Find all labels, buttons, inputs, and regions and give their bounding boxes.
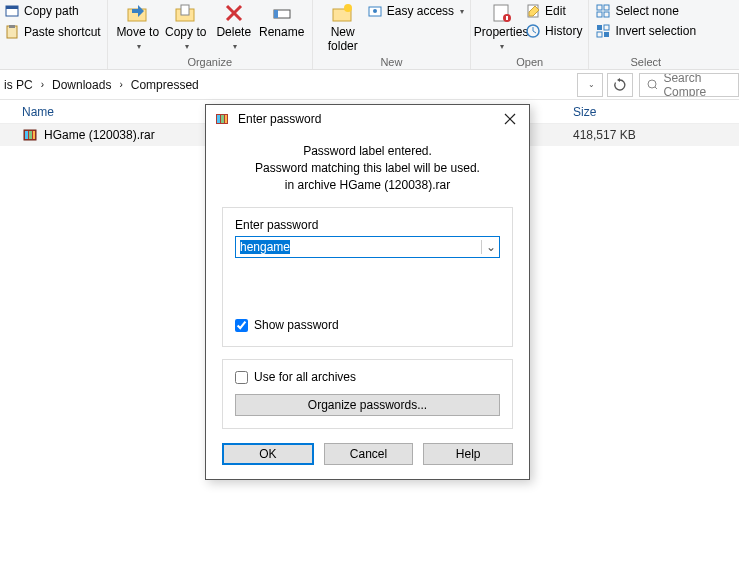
- properties-button[interactable]: Properties▾: [477, 0, 525, 51]
- enter-password-label: Enter password: [235, 218, 500, 232]
- svg-rect-17: [506, 16, 508, 20]
- column-size[interactable]: Size: [569, 105, 739, 119]
- new-folder-icon: [331, 2, 355, 24]
- use-for-all-label: Use for all archives: [254, 370, 356, 384]
- paste-shortcut-icon: [4, 24, 20, 40]
- svg-point-14: [373, 9, 377, 13]
- password-dropdown-button[interactable]: ⌄: [481, 240, 499, 254]
- svg-rect-3: [9, 25, 15, 28]
- copy-to-button[interactable]: Copy to▾: [162, 0, 210, 51]
- breadcrumb-item[interactable]: Compressed: [131, 78, 199, 92]
- search-icon: [646, 78, 657, 92]
- copy-path-button[interactable]: Copy path: [4, 2, 101, 20]
- open-group-label: Open: [471, 56, 588, 69]
- svg-rect-21: [604, 5, 609, 10]
- password-combobox[interactable]: ⌄: [235, 236, 500, 258]
- dialog-msg-line: Password matching this label will be use…: [222, 160, 513, 177]
- ribbon-group-open: Properties▾ Edit History Open: [471, 0, 589, 69]
- select-none-label: Select none: [615, 4, 678, 18]
- recent-locations-button[interactable]: ⌄: [577, 73, 603, 97]
- svg-rect-20: [597, 5, 602, 10]
- easy-access-label: Easy access: [387, 4, 454, 18]
- enter-password-dialog: Enter password Password label entered. P…: [205, 104, 530, 480]
- use-for-all-checkbox[interactable]: Use for all archives: [235, 370, 500, 384]
- svg-rect-23: [604, 12, 609, 17]
- ribbon-group-new: New folder Easy access▾ New: [313, 0, 471, 69]
- refresh-button[interactable]: [607, 73, 633, 97]
- svg-rect-32: [25, 131, 28, 139]
- svg-rect-24: [597, 25, 602, 30]
- help-button[interactable]: Help: [423, 443, 513, 465]
- chevron-right-icon[interactable]: ›: [115, 79, 126, 90]
- close-button[interactable]: [495, 108, 525, 130]
- organize-passwords-button[interactable]: Organize passwords...: [235, 394, 500, 416]
- edit-label: Edit: [545, 4, 566, 18]
- move-to-button[interactable]: Move to▾: [114, 0, 162, 51]
- svg-rect-1: [6, 6, 18, 9]
- svg-rect-34: [33, 131, 35, 139]
- dialog-title: Enter password: [238, 112, 487, 126]
- rename-label: Rename: [259, 26, 304, 40]
- password-input[interactable]: [236, 240, 481, 254]
- new-folder-label: New folder: [319, 26, 367, 54]
- svg-rect-33: [29, 131, 32, 139]
- show-password-checkbox[interactable]: Show password: [235, 318, 500, 332]
- address-bar: is PC › Downloads › Compressed ⌄ Search …: [0, 70, 739, 100]
- paste-shortcut-label: Paste shortcut: [24, 25, 101, 39]
- delete-button[interactable]: Delete▾: [210, 0, 258, 51]
- rename-icon: [270, 2, 294, 24]
- svg-point-12: [344, 4, 352, 12]
- invert-selection-label: Invert selection: [615, 24, 696, 38]
- show-password-input[interactable]: [235, 319, 248, 332]
- dialog-titlebar[interactable]: Enter password: [206, 105, 529, 133]
- paste-shortcut-button[interactable]: Paste shortcut: [4, 23, 101, 41]
- password-group: Enter password ⌄ Show password: [222, 207, 513, 347]
- select-none-button[interactable]: Select none: [595, 2, 696, 20]
- edit-icon: [525, 3, 541, 19]
- delete-label: Delete: [216, 26, 251, 40]
- dialog-msg-line: in archive HGame (120038).rar: [222, 177, 513, 194]
- new-folder-button[interactable]: New folder: [319, 0, 367, 54]
- move-to-label: Move to: [116, 26, 159, 40]
- invert-selection-button[interactable]: Invert selection: [595, 22, 696, 40]
- breadcrumb-item[interactable]: Downloads: [52, 78, 111, 92]
- svg-rect-27: [604, 32, 609, 37]
- winrar-icon: [214, 111, 230, 127]
- chevron-down-icon: ▾: [233, 42, 237, 51]
- ribbon-group-select: Select none Invert selection Select: [589, 0, 702, 69]
- ribbon-clipboard: Copy path Paste shortcut: [0, 0, 108, 69]
- edit-button[interactable]: Edit: [525, 2, 582, 20]
- cancel-button[interactable]: Cancel: [324, 443, 414, 465]
- history-button[interactable]: History: [525, 22, 582, 40]
- svg-rect-38: [225, 115, 227, 123]
- ok-button[interactable]: OK: [222, 443, 314, 465]
- breadcrumb-item[interactable]: is PC: [4, 78, 33, 92]
- chevron-down-icon: ⌄: [588, 80, 595, 89]
- move-to-icon: [126, 2, 150, 24]
- properties-icon: [489, 2, 513, 24]
- rename-button[interactable]: Rename: [258, 0, 306, 40]
- refresh-icon: [613, 78, 627, 92]
- svg-rect-37: [221, 115, 224, 123]
- invert-selection-icon: [595, 23, 611, 39]
- copy-to-icon: [174, 2, 198, 24]
- ribbon: Copy path Paste shortcut Move to▾ Copy t…: [0, 0, 739, 70]
- breadcrumb[interactable]: is PC › Downloads › Compressed: [0, 70, 573, 99]
- chevron-down-icon: ▾: [137, 42, 141, 51]
- dialog-buttons: OK Cancel Help: [222, 443, 513, 465]
- svg-rect-10: [274, 10, 278, 18]
- search-input[interactable]: Search Compre: [639, 73, 739, 97]
- history-icon: [525, 23, 541, 39]
- chevron-right-icon[interactable]: ›: [37, 79, 48, 90]
- select-none-icon: [595, 3, 611, 19]
- delete-icon: [222, 2, 246, 24]
- easy-access-button[interactable]: Easy access▾: [367, 2, 464, 20]
- properties-label: Properties: [474, 26, 529, 40]
- svg-point-28: [648, 80, 656, 88]
- use-for-all-input[interactable]: [235, 371, 248, 384]
- dialog-msg-line: Password label entered.: [222, 143, 513, 160]
- ribbon-group-organize: Move to▾ Copy to▾ Delete▾ Rename Organiz…: [108, 0, 313, 69]
- history-label: History: [545, 24, 582, 38]
- rar-file-icon: [22, 127, 38, 143]
- select-group-label: Select: [589, 56, 702, 69]
